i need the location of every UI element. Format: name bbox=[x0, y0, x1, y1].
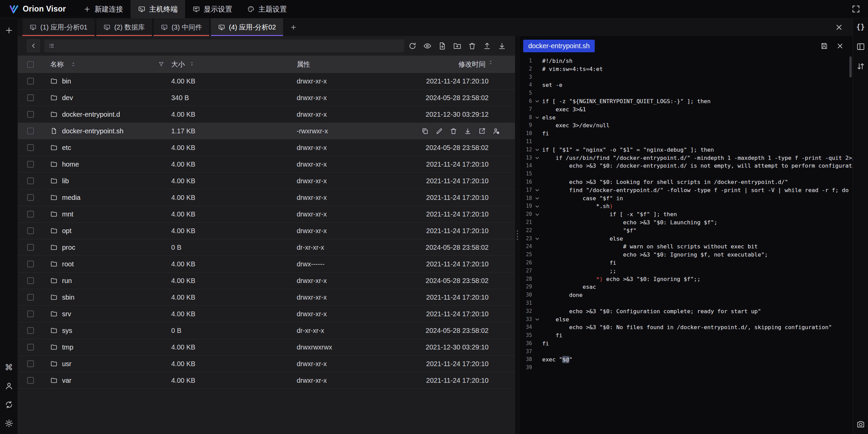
row-checkbox[interactable] bbox=[27, 227, 34, 234]
sort-name-icon[interactable] bbox=[71, 62, 76, 67]
nav-item-display-settings[interactable]: 显示设置 bbox=[185, 0, 240, 18]
row-checkbox[interactable] bbox=[27, 327, 34, 334]
download-file-icon[interactable] bbox=[464, 127, 472, 135]
path-history-icon[interactable] bbox=[48, 42, 55, 49]
file-row-sys[interactable]: sys0 Bdr-xr-xr-x2024-05-28 23:58:02 bbox=[18, 322, 515, 339]
file-row-opt[interactable]: opt4.00 KBdrwxr-xr-x2021-11-24 17:20:10 bbox=[18, 223, 515, 239]
file-row-docker-entrypoint.sh[interactable]: docker-entrypoint.sh1.17 KB-rwxrwxr-x bbox=[18, 123, 515, 139]
new-folder-icon[interactable] bbox=[453, 42, 461, 50]
file-row-sbin[interactable]: sbin4.00 KBdrwxr-xr-x2021-11-24 17:20:10 bbox=[18, 289, 515, 306]
close-editor-icon[interactable] bbox=[836, 42, 844, 50]
user-icon[interactable] bbox=[4, 381, 14, 391]
sync-icon[interactable] bbox=[4, 400, 14, 409]
select-all-checkbox[interactable] bbox=[27, 61, 34, 68]
new-tab-button[interactable] bbox=[285, 18, 302, 36]
file-row-run[interactable]: run4.00 KBdrwxr-xr-x2024-05-28 23:58:02 bbox=[18, 272, 515, 289]
file-row-docker-entrypoint.d[interactable]: docker-entrypoint.d4.00 KBdrwxr-xr-x2021… bbox=[18, 106, 515, 123]
sort-mtime-icon[interactable] bbox=[488, 60, 493, 65]
top-nav-items: 新建连接主机终端显示设置主题设置 bbox=[76, 0, 294, 18]
new-file-icon[interactable] bbox=[438, 42, 447, 50]
row-checkbox[interactable] bbox=[27, 128, 34, 134]
row-checkbox[interactable] bbox=[27, 144, 34, 151]
fold-chevron-icon[interactable] bbox=[535, 115, 540, 120]
row-checkbox[interactable] bbox=[27, 377, 34, 384]
fold-chevron-icon[interactable] bbox=[535, 155, 540, 161]
file-row-dev[interactable]: dev340 Bdrwxr-xr-x2024-05-28 23:58:02 bbox=[18, 90, 515, 106]
screenshot-icon[interactable] bbox=[856, 419, 865, 429]
nav-item-theme-settings[interactable]: 主题设置 bbox=[240, 0, 294, 18]
fold-chevron-icon[interactable] bbox=[535, 196, 540, 201]
save-icon[interactable] bbox=[820, 42, 828, 50]
code-editor[interactable]: 1#!/bin/sh2# vim:sw=4:ts=4:et34set -e56i… bbox=[520, 56, 853, 434]
file-row-home[interactable]: home4.00 KBdrwxr-xr-x2021-11-24 17:20:10 bbox=[18, 156, 515, 173]
download-icon[interactable] bbox=[498, 42, 506, 50]
fold-chevron-icon[interactable] bbox=[535, 236, 540, 241]
row-checkbox[interactable] bbox=[27, 161, 34, 168]
row-checkbox[interactable] bbox=[27, 94, 34, 101]
file-row-etc[interactable]: etc4.00 KBdrwxr-xr-x2024-05-28 23:58:02 bbox=[18, 139, 515, 156]
layout-icon[interactable] bbox=[856, 42, 865, 51]
transfer-icon[interactable] bbox=[856, 62, 865, 71]
file-row-srv[interactable]: srv4.00 KBdrwxr-xr-x2021-11-24 17:20:10 bbox=[18, 306, 515, 322]
edit-file-icon[interactable] bbox=[435, 127, 443, 135]
upload-icon[interactable] bbox=[483, 42, 491, 50]
row-checkbox[interactable] bbox=[27, 177, 34, 184]
permissions-icon[interactable] bbox=[492, 127, 500, 135]
row-checkbox[interactable] bbox=[27, 111, 34, 118]
terminal-tab-4[interactable]: (4) 应用-分析02 bbox=[211, 18, 283, 36]
copy-file-icon[interactable] bbox=[421, 127, 429, 135]
nav-item-new-connection[interactable]: 新建连接 bbox=[76, 0, 131, 18]
fold-chevron-icon[interactable] bbox=[535, 188, 540, 193]
file-row-root[interactable]: root4.00 KBdrwx------2021-11-24 17:20:10 bbox=[18, 256, 515, 272]
column-header-size[interactable]: 大小 bbox=[171, 60, 297, 69]
refresh-icon[interactable] bbox=[408, 42, 417, 50]
row-checkbox[interactable] bbox=[27, 194, 34, 201]
toggle-hidden-icon[interactable] bbox=[423, 42, 432, 50]
row-checkbox[interactable] bbox=[27, 78, 34, 84]
row-checkbox[interactable] bbox=[27, 310, 34, 317]
row-checkbox[interactable] bbox=[27, 211, 34, 218]
file-row-media[interactable]: media4.00 KBdrwxr-xr-x2021-11-24 17:20:1… bbox=[18, 189, 515, 206]
snippets-icon[interactable]: {} bbox=[856, 22, 865, 32]
shortcuts-icon[interactable]: ⌘ bbox=[4, 363, 14, 372]
fold-chevron-icon[interactable] bbox=[535, 317, 540, 322]
fold-chevron-icon[interactable] bbox=[535, 147, 540, 152]
editor-file-tab[interactable]: docker-entrypoint.sh bbox=[523, 40, 595, 52]
panel-splitter[interactable] bbox=[515, 36, 520, 434]
new-connection-icon[interactable] bbox=[4, 26, 14, 35]
file-attr-cell: drwx------ bbox=[297, 260, 409, 268]
back-button[interactable] bbox=[27, 39, 40, 52]
settings-icon[interactable] bbox=[4, 419, 14, 428]
close-panel-icon[interactable] bbox=[835, 23, 843, 32]
file-row-tmp[interactable]: tmp4.00 KBdrwxrwxrwx2021-12-30 03:29:10 bbox=[18, 339, 515, 356]
move-file-icon[interactable] bbox=[478, 127, 486, 135]
terminal-tab-2[interactable]: (2) 数据库 bbox=[96, 18, 152, 36]
filter-icon[interactable] bbox=[158, 61, 164, 68]
path-input[interactable] bbox=[44, 39, 404, 52]
file-row-var[interactable]: var4.00 KBdrwxr-xr-x2021-11-24 17:20:10 bbox=[18, 372, 515, 389]
row-checkbox[interactable] bbox=[27, 277, 34, 284]
terminal-tab-3[interactable]: (3) 中间件 bbox=[154, 18, 209, 36]
terminal-tab-1[interactable]: (1) 应用-分析01 bbox=[22, 18, 95, 36]
file-row-bin[interactable]: bin4.00 KBdrwxr-xr-x2021-11-24 17:20:10 bbox=[18, 73, 515, 90]
sort-size-icon[interactable] bbox=[189, 61, 195, 67]
nav-item-host-terminal[interactable]: 主机终端 bbox=[131, 0, 185, 18]
column-header-name[interactable]: 名称 bbox=[43, 60, 171, 69]
fullscreen-icon[interactable] bbox=[851, 4, 861, 14]
row-checkbox[interactable] bbox=[27, 360, 34, 367]
delete-file-icon[interactable] bbox=[450, 127, 457, 135]
file-row-lib[interactable]: lib4.00 KBdrwxr-xr-x2021-11-24 17:20:10 bbox=[18, 173, 515, 189]
row-checkbox[interactable] bbox=[27, 261, 34, 267]
fold-chevron-icon[interactable] bbox=[535, 99, 540, 104]
row-checkbox[interactable] bbox=[27, 294, 34, 301]
fold-chevron-icon[interactable] bbox=[535, 204, 540, 209]
fold-chevron-icon[interactable] bbox=[535, 212, 540, 217]
row-checkbox[interactable] bbox=[27, 344, 34, 351]
file-row-proc[interactable]: proc0 Bdr-xr-xr-x2024-05-28 23:58:02 bbox=[18, 239, 515, 256]
editor-scrollbar[interactable] bbox=[849, 56, 852, 77]
file-row-usr[interactable]: usr4.00 KBdrwxr-xr-x2021-11-24 17:20:10 bbox=[18, 356, 515, 372]
file-row-mnt[interactable]: mnt4.00 KBdrwxr-xr-x2021-11-24 17:20:10 bbox=[18, 206, 515, 223]
delete-icon[interactable] bbox=[468, 42, 476, 50]
column-header-mtime[interactable]: 修改时间 bbox=[409, 60, 515, 69]
row-checkbox[interactable] bbox=[27, 244, 34, 251]
